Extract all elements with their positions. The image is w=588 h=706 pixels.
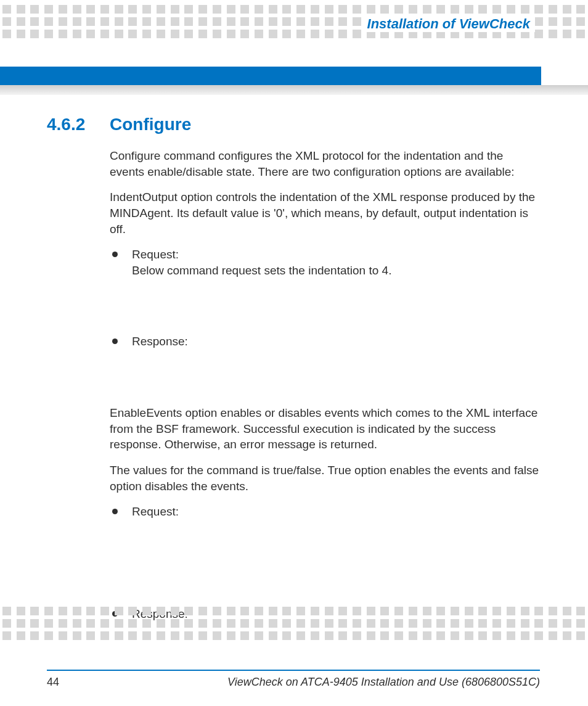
bullet-label: Request: <box>132 505 179 518</box>
list-item: Request: Below command request sets the … <box>110 247 540 321</box>
section-number: 4.6.2 <box>47 115 110 134</box>
list-item: Request: <box>110 504 540 594</box>
doc-title: ViewCheck on ATCA-9405 Installation and … <box>227 676 540 689</box>
header-blue-bar <box>0 67 541 85</box>
paragraph: IndentOutput option controls the indenta… <box>110 189 540 237</box>
section-title: Configure <box>110 115 191 134</box>
page-number: 44 <box>47 676 59 689</box>
list-item: Response: <box>110 334 540 393</box>
chapter-title: Installation of ViewCheck <box>362 16 535 32</box>
bullet-list: Request: Below command request sets the … <box>110 247 540 393</box>
footer-rule <box>47 670 540 671</box>
bullet-label: Response: <box>132 335 188 348</box>
header-gray-bar <box>0 85 588 95</box>
paragraph: The values for the command is true/false… <box>110 462 540 494</box>
page-content: 4.6.2 Configure Configure command config… <box>47 115 540 634</box>
bullet-label: Request: <box>132 248 179 261</box>
bullet-text: Below command request sets the indentati… <box>132 264 391 277</box>
decorative-dots-bottom <box>0 607 588 640</box>
paragraph: EnableEvents option enables or disables … <box>110 405 540 453</box>
bullet-list: Request: Response: <box>110 504 540 622</box>
section-heading: 4.6.2 Configure <box>47 115 540 134</box>
paragraph: Configure command configures the XML pro… <box>110 148 540 179</box>
page-footer: 44 ViewCheck on ATCA-9405 Installation a… <box>47 676 540 689</box>
